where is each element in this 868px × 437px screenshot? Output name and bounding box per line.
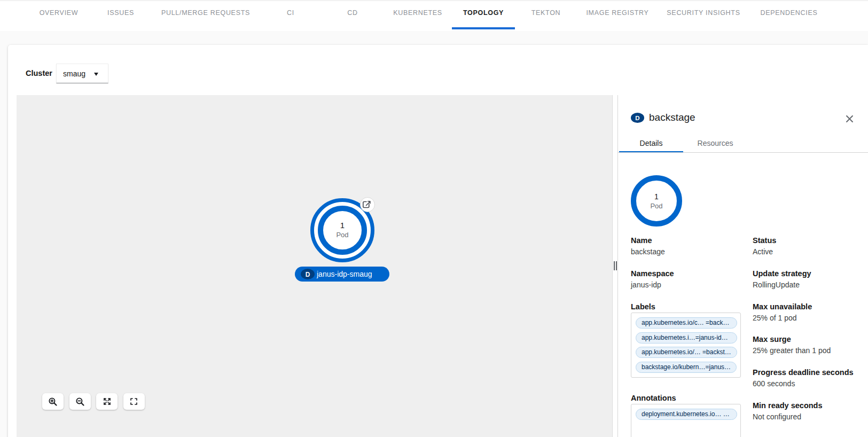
status-label: Status — [753, 236, 776, 245]
max-surge-label: Max surge — [753, 335, 791, 344]
labels-label: Labels — [631, 302, 655, 311]
cluster-select-value: smaug — [63, 69, 85, 78]
tab-image-registry[interactable]: IMAGE REGISTRY — [586, 9, 648, 17]
zoom-out-icon — [75, 397, 85, 407]
namespace-label: Namespace — [631, 269, 674, 278]
max-unavailable-value: 25% of 1 pod — [753, 314, 797, 322]
open-url-decorator-button[interactable] — [361, 198, 375, 212]
node-pod-unit: Pod — [336, 231, 348, 239]
deployment-node-group: 1 Pod D janus-idp-smaug — [278, 194, 406, 290]
donut-pod-unit: Pod — [650, 202, 662, 210]
close-icon — [846, 115, 853, 122]
tab-cd[interactable]: CD — [347, 9, 357, 17]
panel-title: backstage — [649, 112, 695, 123]
label-chip: backstage.io/kubern…=janus… — [636, 362, 737, 373]
tab-dependencies[interactable]: DEPENDENCIES — [760, 9, 817, 17]
min-ready-value: Not configured — [753, 412, 801, 421]
tab-pull-merge-requests[interactable]: PULL/MERGE REQUESTS — [161, 9, 250, 17]
zoom-out-button[interactable] — [69, 393, 91, 410]
node-label-text: janus-idp-smaug — [316, 270, 372, 278]
annotations-group: deployment.kubernetes.io… =1… — [631, 404, 741, 437]
tab-ci[interactable]: CI — [287, 9, 294, 17]
fit-to-screen-button[interactable] — [96, 393, 118, 410]
pods-donut-chart: 1 Pod — [627, 171, 686, 230]
tab-issues[interactable]: ISSUES — [107, 9, 134, 17]
panel-tabs-divider — [618, 152, 868, 153]
node-pod-count: 1 — [340, 221, 345, 230]
progress-deadline-label: Progress deadline seconds — [753, 368, 854, 377]
app-tab-bar: OVERVIEW ISSUES PULL/MERGE REQUESTS CI C… — [0, 0, 868, 31]
node-badge-letter: D — [306, 271, 310, 278]
close-panel-button[interactable] — [844, 114, 854, 123]
max-unavailable-label: Max unavailable — [753, 302, 812, 311]
label-chip: app.kubernetes.io/c… =backs… — [636, 317, 737, 329]
cluster-label: Cluster — [26, 69, 52, 77]
namespace-value: janus-idp — [631, 280, 661, 289]
panel-tab-details[interactable]: Details — [619, 139, 683, 147]
node-label[interactable]: D janus-idp-smaug — [295, 267, 389, 282]
donut-pod-count: 1 — [654, 192, 659, 201]
deployment-badge: D — [631, 113, 644, 123]
tab-tekton[interactable]: TEKTON — [531, 9, 561, 17]
annotation-chip: deployment.kubernetes.io… =1… — [636, 409, 737, 420]
min-ready-label: Min ready seconds — [753, 401, 823, 410]
label-chip: app.kubernetes.io/… =backst… — [636, 347, 737, 358]
topology-canvas[interactable]: 1 Pod D janus-idp-smaug — [17, 95, 613, 437]
tab-security-insights[interactable]: SECURITY INSIGHTS — [667, 9, 740, 17]
canvas-controls — [42, 393, 145, 410]
max-surge-value: 25% greater than 1 pod — [753, 346, 831, 355]
cluster-select[interactable]: smaug — [56, 64, 108, 83]
tab-overview[interactable]: OVERVIEW — [40, 9, 79, 17]
panel-tab-resources[interactable]: Resources — [683, 139, 747, 147]
update-strategy-value: RollingUpdate — [753, 280, 800, 289]
reset-view-icon — [129, 397, 138, 406]
tab-kubernetes[interactable]: KUBERNETES — [393, 9, 442, 17]
active-tab-indicator — [452, 27, 515, 29]
progress-deadline-value: 600 seconds — [753, 379, 795, 388]
tab-topology[interactable]: TOPOLOGY — [463, 9, 504, 17]
zoom-in-button[interactable] — [42, 393, 64, 410]
update-strategy-label: Update strategy — [753, 269, 811, 278]
labels-group: app.kubernetes.io/c… =backs… app.kuberne… — [631, 313, 741, 378]
panel-tabs: Details Resources — [619, 139, 747, 147]
reset-view-button[interactable] — [123, 393, 145, 410]
chevron-down-icon — [94, 73, 98, 76]
name-label: Name — [631, 236, 652, 245]
fit-to-screen-icon — [103, 397, 112, 406]
label-chip: app.kubernetes.i…=janus-idp… — [636, 332, 737, 344]
topology-page: OVERVIEW ISSUES PULL/MERGE REQUESTS CI C… — [0, 0, 868, 437]
name-value: backstage — [631, 247, 665, 256]
status-value: Active — [753, 247, 773, 256]
zoom-in-icon — [48, 397, 58, 407]
details-side-panel: D backstage Details Resources 1 Pod Name… — [617, 95, 868, 437]
annotations-label: Annotations — [631, 394, 676, 402]
